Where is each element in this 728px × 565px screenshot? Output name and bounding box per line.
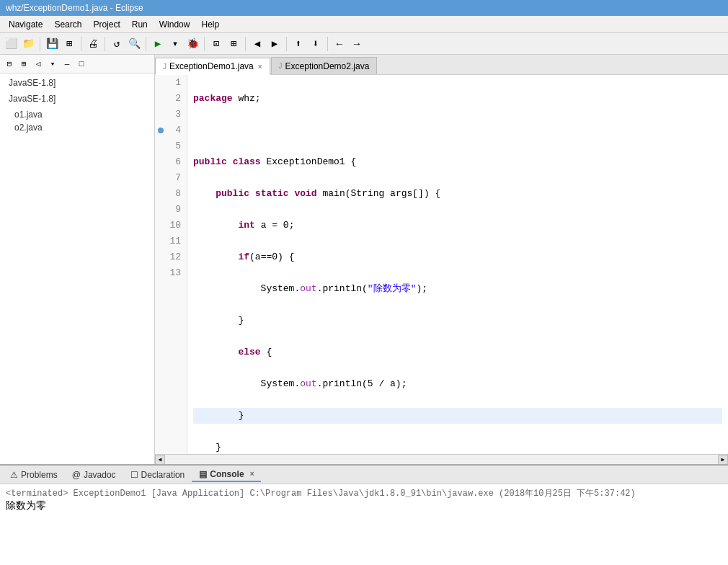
tree-item-jre2[interactable]: JavaSE-1.8] — [0, 92, 154, 105]
sidebar-back-btn[interactable]: ◁ — [32, 58, 45, 71]
tree-item-jre1[interactable]: JavaSE-1.8] — [0, 76, 154, 89]
toolbar-btn-new[interactable]: ⬜ — [3, 36, 19, 52]
code-line-9: else { — [193, 344, 722, 360]
bottom-tab-javadoc[interactable]: @ Javadoc — [65, 468, 123, 481]
code-line-1: package whz; — [193, 91, 722, 107]
javadoc-icon: @ — [72, 470, 81, 480]
code-line-3: public class ExceptionDemo1 { — [193, 154, 722, 170]
tab-close-1[interactable]: × — [258, 63, 262, 71]
tree-item-file2[interactable]: o2.java — [0, 121, 154, 134]
toolbar-btn-save[interactable]: 💾 — [44, 36, 60, 52]
toolbar-btn-down[interactable]: ⬇ — [308, 36, 324, 52]
toolbar-btn-run[interactable]: ▶ — [150, 36, 166, 52]
console-icon: ▤ — [199, 469, 207, 479]
toolbar-btn-open[interactable]: 📁 — [20, 36, 36, 52]
toolbar-btn-perspective[interactable]: ⊡ — [208, 36, 224, 52]
toolbar-sep-1 — [40, 37, 40, 51]
scroll-track[interactable] — [165, 455, 718, 464]
toolbar-btn-rundropdown[interactable]: ▾ — [167, 36, 183, 52]
code-line-4: public static void main(String args[]) { — [193, 186, 722, 202]
tab-bar: J ExceptionDemo1.java × J ExceptionDemo2… — [155, 55, 728, 75]
menu-search[interactable]: Search — [48, 18, 87, 31]
sidebar-min-btn[interactable]: — — [61, 58, 74, 71]
code-line-12: } — [193, 440, 722, 454]
console-label: Console — [210, 469, 244, 479]
tab-exceptiondemo1[interactable]: J ExceptionDemo1.java × — [155, 58, 270, 75]
tab-label-1: ExceptionDemo1.java — [169, 61, 254, 71]
toolbar-btn-persp2[interactable]: ⊞ — [226, 36, 241, 52]
toolbar-btn-fwd[interactable]: → — [349, 36, 365, 52]
sidebar-content: JavaSE-1.8] JavaSE-1.8] o1.java o2.java — [0, 74, 154, 464]
toolbar-btn-next[interactable]: ▶ — [267, 36, 283, 52]
bottom-tab-declaration[interactable]: ☐ Declaration — [123, 468, 192, 481]
tree-item-file1[interactable]: o1.java — [0, 108, 154, 121]
main-layout: ⊟ ⊞ ◁ ▾ — □ JavaSE-1.8] JavaSE-1.8] o1.j… — [0, 55, 728, 565]
toolbar: ⬜ 📁 💾 ⊞ 🖨 ↺ 🔍 ▶ ▾ 🐞 ⊡ ⊞ ◀ ▶ ⬆ ⬇ ← → — [0, 33, 728, 55]
toolbar-btn-prev[interactable]: ◀ — [249, 36, 265, 52]
declaration-icon: ☐ — [130, 470, 138, 480]
toolbar-sep-4 — [146, 37, 146, 51]
sidebar-dropdown-btn[interactable]: ▾ — [46, 58, 59, 71]
toolbar-btn-search[interactable]: 🔍 — [126, 36, 142, 52]
editor-panel: J ExceptionDemo1.java × J ExceptionDemo2… — [155, 55, 728, 464]
code-content[interactable]: package whz; public class ExceptionDemo1… — [187, 75, 728, 454]
code-line-2 — [193, 123, 722, 138]
code-line-10: System.out.println(5 / a); — [193, 376, 722, 392]
console-output-line: 除数为零 — [6, 499, 722, 512]
editor-area: ⊟ ⊞ ◁ ▾ — □ JavaSE-1.8] JavaSE-1.8] o1.j… — [0, 55, 728, 464]
title-text: whz/ExceptionDemo1.java - Eclipse — [6, 3, 143, 13]
scroll-right-btn[interactable]: ▶ — [718, 455, 728, 465]
toolbar-btn-refactor[interactable]: ↺ — [109, 36, 125, 52]
tab-icon-1: J — [163, 63, 167, 71]
menu-project[interactable]: Project — [87, 18, 125, 31]
tab-icon-2: J — [279, 62, 283, 70]
toolbar-btn-back[interactable]: ← — [332, 36, 347, 52]
menu-help[interactable]: Help — [195, 18, 225, 31]
console-close[interactable]: × — [250, 470, 254, 478]
sidebar-link-btn[interactable]: ⊞ — [17, 58, 30, 71]
line-numbers: 1 2 3 4 5 6 7 8 9 10 11 12 13 — [155, 75, 187, 454]
toolbar-sep-8 — [327, 37, 328, 51]
sidebar-collapse-btn[interactable]: ⊟ — [3, 58, 16, 71]
toolbar-btn-up[interactable]: ⬆ — [290, 36, 306, 52]
scroll-left-btn[interactable]: ◀ — [155, 455, 165, 465]
sidebar-max-btn[interactable]: □ — [75, 58, 88, 71]
toolbar-sep-2 — [81, 37, 81, 51]
code-line-6: if(a==0) { — [193, 249, 722, 265]
menu-run[interactable]: Run — [126, 18, 154, 31]
bottom-tabs: ⚠ Problems @ Javadoc ☐ Declaration ▤ Con… — [0, 466, 728, 484]
bottom-tab-console[interactable]: ▤ Console × — [192, 468, 261, 482]
problems-label: Problems — [21, 470, 58, 480]
toolbar-btn-print[interactable]: 🖨 — [85, 36, 101, 52]
title-bar: whz/ExceptionDemo1.java - Eclipse — [0, 0, 728, 16]
toolbar-sep-5 — [204, 37, 205, 51]
toolbar-btn-debug[interactable]: 🐞 — [185, 36, 200, 52]
code-line-8: } — [193, 313, 722, 329]
code-line-11: } — [193, 408, 722, 424]
console-terminated-line: <terminated> ExceptionDemo1 [Java Applic… — [6, 487, 722, 499]
bottom-content: <terminated> ExceptionDemo1 [Java Applic… — [0, 484, 728, 565]
tab-exceptiondemo2[interactable]: J ExceptionDemo2.java — [271, 57, 378, 74]
code-scrollbar[interactable]: ◀ ▶ — [155, 454, 728, 464]
sidebar: ⊟ ⊞ ◁ ▾ — □ JavaSE-1.8] JavaSE-1.8] o1.j… — [0, 55, 155, 464]
declaration-label: Declaration — [141, 470, 185, 480]
bottom-panel: ⚠ Problems @ Javadoc ☐ Declaration ▤ Con… — [0, 464, 728, 565]
toolbar-sep-7 — [286, 37, 287, 51]
code-line-5: int a = 0; — [193, 218, 722, 233]
sidebar-toolbar: ⊟ ⊞ ◁ ▾ — □ — [0, 55, 154, 74]
javadoc-label: Javadoc — [84, 470, 116, 480]
code-line-7: System.out.println("除数为零"); — [193, 281, 722, 297]
toolbar-sep-3 — [105, 37, 105, 51]
problems-icon: ⚠ — [10, 470, 18, 480]
bottom-tab-problems[interactable]: ⚠ Problems — [3, 468, 65, 481]
menu-bar: Navigate Search Project Run Window Help — [0, 16, 728, 33]
toolbar-btn-saveall[interactable]: ⊞ — [61, 36, 77, 52]
toolbar-sep-6 — [245, 37, 246, 51]
menu-navigate[interactable]: Navigate — [3, 18, 48, 31]
menu-window[interactable]: Window — [154, 18, 196, 31]
code-editor[interactable]: 1 2 3 4 5 6 7 8 9 10 11 12 13 — [155, 75, 728, 454]
tab-label-2: ExceptionDemo2.java — [285, 61, 370, 71]
